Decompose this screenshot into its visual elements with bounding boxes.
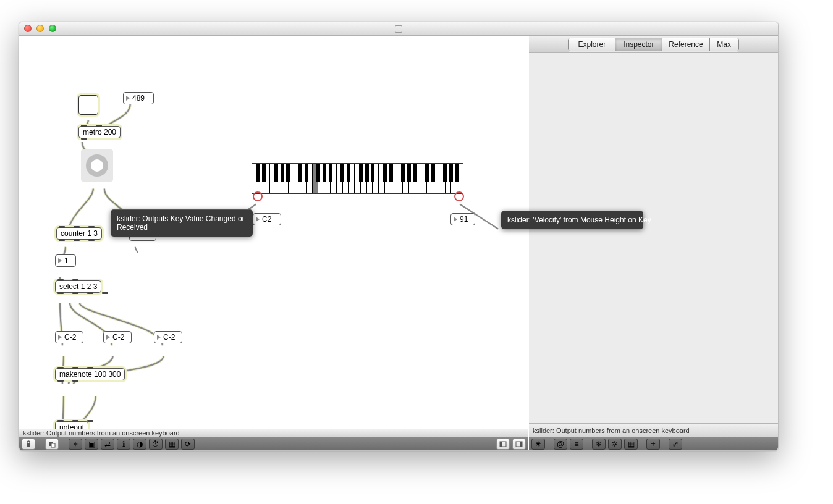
lock-icon[interactable]	[22, 439, 35, 450]
counter-object[interactable]: counter 1 3	[56, 227, 102, 240]
toolbar-icon[interactable]: ⇄	[101, 439, 114, 450]
black-key[interactable]	[286, 164, 290, 182]
window-title-icon	[395, 25, 402, 33]
black-key[interactable]	[298, 164, 302, 182]
tooltip-text: kslider: Outputs Key Value Changed or Re…	[117, 214, 245, 232]
toolbar-icon[interactable]: ▦	[165, 439, 179, 450]
black-key[interactable]	[262, 164, 266, 182]
footer-right: ✷ @ ≡ ❄ ✲ ▦ ＋ ⤢	[529, 437, 778, 450]
black-key[interactable]	[256, 164, 260, 182]
sidebar-right-icon[interactable]	[512, 439, 526, 450]
black-key[interactable]	[340, 164, 344, 182]
inspector-body[interactable]	[529, 53, 778, 423]
sidebar-left-icon[interactable]	[496, 439, 510, 450]
message-one[interactable]: 1	[55, 254, 76, 267]
black-key[interactable]	[413, 164, 417, 182]
close-icon[interactable]	[24, 25, 32, 32]
black-key[interactable]	[455, 164, 459, 182]
number-value: 489	[132, 94, 145, 103]
status-text: kslider: Output numbers from an onscreen…	[533, 427, 690, 434]
object-text: makenote 100 300	[59, 370, 121, 379]
tab-explorer[interactable]: Explorer	[569, 38, 615, 51]
black-key[interactable]	[305, 164, 308, 182]
footer-icon[interactable]: ▦	[624, 439, 638, 450]
tab-reference[interactable]: Reference	[662, 38, 709, 51]
footer-icon[interactable]: ＋	[646, 439, 660, 450]
tooltip-outlet-note: kslider: Outputs Key Value Changed or Re…	[111, 209, 253, 237]
kslider-keyboard[interactable]	[252, 163, 463, 194]
kslider-note-out[interactable]: C2	[253, 213, 281, 225]
note-box-b[interactable]: C-2	[103, 331, 132, 343]
number-value: 1	[64, 256, 69, 265]
number-value: C-2	[112, 333, 124, 342]
tooltip-text: kslider: 'Velocity' from Mouse Height on…	[507, 216, 651, 224]
button-bang-object[interactable]	[81, 149, 113, 182]
bang-ring-icon	[86, 154, 108, 177]
number-box-tempo[interactable]: 489	[123, 92, 154, 104]
black-key[interactable]	[401, 164, 405, 182]
black-key[interactable]	[449, 164, 453, 182]
status-bar-left: kslider: Output numbers from an onscreen…	[19, 429, 528, 437]
toolbar-icon[interactable]: ▣	[85, 439, 98, 450]
svg-rect-6	[520, 442, 522, 447]
footer-left: ⌖ ▣ ⇄ ℹ ◑ ⏱ ▦ ⟳	[19, 437, 528, 450]
tab-max[interactable]: Max	[710, 38, 738, 51]
toolbar-icon[interactable]: ⟳	[181, 439, 195, 450]
black-key[interactable]	[443, 164, 447, 182]
svg-rect-0	[27, 443, 30, 447]
select-object[interactable]: select 1 2 3	[55, 280, 101, 293]
black-key[interactable]	[359, 164, 363, 182]
black-key[interactable]	[425, 164, 429, 182]
toolbar-icon[interactable]: ⌖	[69, 439, 82, 450]
toolbar-icon[interactable]: ⏱	[149, 439, 163, 450]
number-value: C-2	[163, 333, 175, 342]
toolbar-icon[interactable]: ◑	[133, 439, 146, 450]
svg-rect-4	[500, 442, 502, 447]
black-key[interactable]	[347, 164, 350, 182]
inspector-panel: Explorer Inspector Reference Max kslider…	[528, 36, 778, 450]
status-text: kslider: Output numbers from an onscreen…	[23, 429, 180, 437]
black-key[interactable]	[323, 164, 326, 182]
black-key[interactable]	[383, 164, 387, 182]
metro-object[interactable]: metro 200	[78, 126, 121, 138]
number-value: C2	[262, 215, 271, 224]
number-value: 91	[460, 215, 468, 224]
footer-icon[interactable]: ✲	[608, 439, 622, 450]
makenote-object[interactable]: makenote 100 300	[55, 368, 125, 380]
object-text: metro 200	[83, 128, 116, 136]
svg-rect-2	[51, 443, 55, 447]
footer-icon[interactable]: ❄	[592, 439, 606, 450]
footer-icon[interactable]: ≡	[570, 439, 583, 450]
footer-icon[interactable]: ⤢	[669, 439, 682, 450]
app-window: 489 metro 200 counter 1 3 78	[19, 22, 779, 451]
toggle-object[interactable]	[78, 95, 98, 115]
new-object-icon[interactable]	[45, 439, 59, 450]
outlet-marker-left	[253, 191, 263, 201]
black-key[interactable]	[371, 164, 374, 182]
black-key[interactable]	[407, 164, 411, 182]
tab-inspector[interactable]: Inspector	[615, 38, 662, 51]
footer-icon[interactable]: @	[554, 439, 567, 450]
black-key[interactable]	[281, 164, 284, 182]
black-key[interactable]	[329, 164, 332, 182]
black-key[interactable]	[274, 164, 278, 182]
tooltip-outlet-velocity: kslider: 'Velocity' from Mouse Height on…	[501, 211, 643, 229]
outlet-marker-right	[454, 191, 464, 201]
minimize-icon[interactable]	[36, 25, 44, 32]
object-text: select 1 2 3	[59, 282, 97, 291]
black-key[interactable]	[431, 164, 435, 182]
zoom-icon[interactable]	[49, 25, 56, 32]
black-key[interactable]	[389, 164, 392, 182]
black-key[interactable]	[316, 164, 320, 182]
toolbar-icon[interactable]: ℹ	[117, 439, 130, 450]
object-text: counter 1 3	[61, 229, 98, 238]
kslider-velocity-out[interactable]: 91	[450, 213, 475, 225]
titlebar[interactable]	[19, 22, 778, 36]
note-box-c[interactable]: C-2	[154, 331, 182, 343]
number-value: C-2	[64, 333, 76, 342]
panel-tab-row: Explorer Inspector Reference Max	[529, 36, 778, 53]
footer-icon[interactable]: ✷	[531, 439, 545, 450]
note-box-a[interactable]: C-2	[55, 331, 83, 343]
patcher-canvas[interactable]: 489 metro 200 counter 1 3 78	[19, 36, 528, 450]
black-key[interactable]	[365, 164, 368, 182]
